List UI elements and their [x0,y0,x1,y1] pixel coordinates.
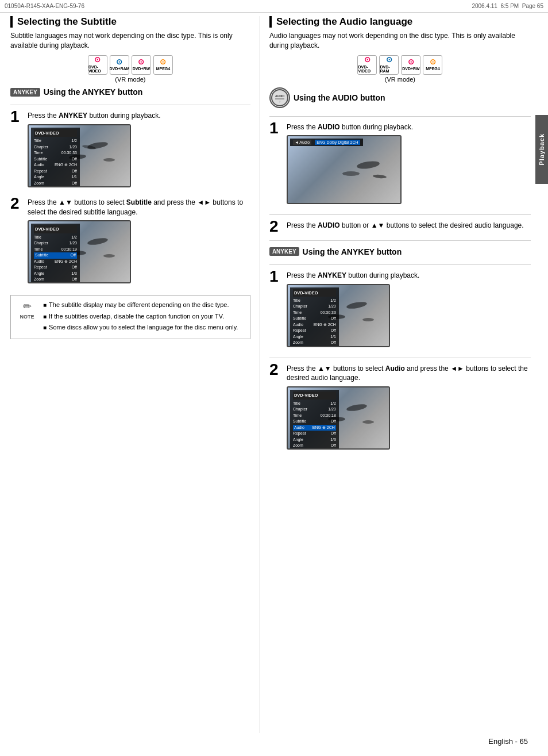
osd-row-chapter-4: Chapter1/20 [293,406,336,413]
osd-row-title-4: Title1/2 [293,401,336,407]
right-column: Selecting the Audio language Audio langu… [260,16,531,733]
sidebar-tab-label: Playback [538,133,545,166]
right-step-2-number: 2 [269,218,282,235]
osd-row-angle-4: Angle1/3 [293,437,336,443]
page-number: English - 65 [488,737,528,746]
right-step-2-text: Press the AUDIO button or ▲▼ buttons to … [287,221,531,231]
right-anykey-step-1-content: Press the ANYKEY button during playback.… [287,271,531,352]
right-disc-icon-dvd-ram: ⊙ DVD-RAM [379,55,399,75]
left-section-title: Selecting the Subtitle [10,16,250,28]
right-disc-icon-dvd-rw: ⊙ DVD+RW [401,55,420,75]
disc-icon-mpeg4: ⊙ MPEG4 [153,55,173,75]
note-item-2: ■ If the subtitles overlap, disable the … [43,312,245,321]
right-divider-1 [269,116,531,117]
right-step-1-number: 1 [269,120,282,136]
header-bar: 01050A-R145-XAA-ENG-59-76 2006.4.11 6:5 … [0,0,548,13]
osd-row-subtitle-3: SubtitleOff [293,316,336,322]
osd-panel-3: DVD-VIDEO Title1/2 Chapter1/20 Time00:30… [290,287,339,347]
osd-row-audio-3: AudioENG ⊕ 2CH [293,322,336,328]
right-anykey-badge: ANYKEY [269,247,299,256]
note-label: NOTE [20,314,34,320]
step-2-content: Press the ▲▼ buttons to select Subtitle … [28,198,250,289]
divider-1 [10,105,250,105]
header-filename: 01050A-R145-XAA-ENG-59-76 [5,3,84,9]
right-anykey-step-2-text: Press the ▲▼ buttons to select Audio and… [287,364,531,383]
osd-row-repeat-4: RepeatOff [293,431,336,437]
left-step-1: 1 Press the ANYKEY button during playbac… [10,111,250,192]
audio-badge-row: AUDIO ♪ Using the AUDIO button [269,87,385,108]
osd-row-audio-2: AudioENG ⊕ 2CH [34,259,77,265]
note-item-3: ■ Some discs allow you to select the lan… [43,323,245,332]
osd-header-3: DVD-VIDEO [293,289,336,297]
main-content: Selecting the Subtitle Subtitle language… [10,16,531,733]
osd-row-zoom-4: ZoomOff [293,443,336,449]
note-item-1: ■ The subtitle display may be different … [43,300,245,310]
osd-row-repeat-3: RepeatOff [293,328,336,334]
right-anykey-section-title: Using the ANYKEY button [303,247,402,256]
left-section-desc: Subtitle languages may not work dependin… [10,31,250,51]
right-divider-5 [269,358,531,358]
audio-section-title: Using the AUDIO button [294,93,385,102]
screen-mockup-1: DVD-VIDEO Title1/2 Chapter1/20 Time00:30… [28,124,131,187]
osd-row-angle-2: Angle1/3 [34,271,77,277]
osd-row-time-1: Time00:30:33 [34,150,77,156]
osd-row-repeat-2: RepeatOff [34,264,77,271]
right-title-bar-decoration [269,16,272,28]
svg-point-7 [272,90,288,106]
osd-row-title-2: Title1/2 [34,235,77,241]
audio-svg: AUDIO ♪ [271,89,289,107]
osd-row-chapter-3: Chapter1/20 [293,304,336,310]
right-step-1: 1 Press the AUDIO button during playback… [269,122,531,209]
step-2-text: Press the ▲▼ buttons to select Subtitle … [28,198,250,217]
step-1-content: Press the ANYKEY button during playback. [28,111,250,192]
right-step-1-content: Press the AUDIO button during playback. … [287,122,531,209]
osd-row-angle-3: Angle1/1 [293,334,336,340]
audio-osd-bar: ◄ Audio ENG Dolby Digital 2CH [290,139,363,146]
right-section-desc: Audio languages may not work depending o… [269,31,531,51]
right-anykey-step-1-text: Press the ANYKEY button during playback. [287,271,531,281]
step-1-number: 1 [10,109,23,125]
right-anykey-step-2: 2 Press the ▲▼ buttons to select Audio a… [269,364,531,455]
audio-button-icon: AUDIO ♪ [269,87,290,108]
screen-mockup-audio-1: ◄ Audio ENG Dolby Digital 2CH [287,135,402,204]
osd-row-angle-1: Angle1/1 [34,174,77,181]
svg-point-6 [103,254,115,258]
anykey-badge-row: ANYKEY Using the ANYKEY button [10,87,142,97]
left-disc-icons-row: ⊙ DVD-VIDEO ⊙ DVD+RAM ⊙ DVD+RW ⊙ MPEG4 [10,55,250,75]
osd-row-title-3: Title1/2 [293,298,336,304]
osd-row-time-3: Time00:30:33 [293,310,336,316]
right-anykey-step-1: 1 Press the ANYKEY button during playbac… [269,271,531,352]
svg-text:AUDIO: AUDIO [275,94,284,98]
right-divider-3 [269,240,531,241]
osd-panel-1: DVD-VIDEO Title1/2 Chapter1/20 Time00:30… [31,128,80,187]
right-anykey-step-2-number: 2 [269,362,282,378]
bird-svg-audio-1 [288,136,400,203]
svg-point-3 [103,158,115,162]
audio-osd-label: ◄ Audio [293,140,311,145]
osd-row-subtitle-1: SubtitleOff [34,156,77,163]
note-pencil-icon: ✏ [23,300,32,313]
osd-row-zoom-2: ZoomOff [34,277,77,283]
disc-icon-dvd-ram: ⊙ DVD+RAM [110,55,129,75]
screen-mockup-3: DVD-VIDEO Title1/2 Chapter1/20 Time00:30… [287,284,390,347]
osd-row-audio-4-highlighted: AudioENG ⊕ 2CH [293,425,336,431]
svg-point-17 [346,403,367,412]
right-disc-icons-row: ⊙ DVD-VIDEO ⊙ DVD-RAM ⊙ DVD+RW ⊙ MPEG4 [269,55,531,75]
osd-header-1: DVD-VIDEO [34,129,77,137]
svg-point-14 [346,301,367,310]
step-2-number: 2 [10,195,23,212]
right-vr-mode-label: (VR mode) [269,76,531,83]
header-datetime: 2006.4.11 6:5 PM Page 65 [472,3,543,9]
anykey-section-title: Using the ANYKEY button [44,87,143,97]
osd-panel-4: DVD-VIDEO Title1/2 Chapter1/20 Time00:30… [290,390,339,450]
right-step-1-text: Press the AUDIO button during playback. [287,122,531,132]
svg-point-12 [342,171,360,176]
screen-mockup-4: DVD-VIDEO Title1/2 Chapter1/20 Time00:30… [287,386,390,450]
right-disc-icon-dvd-video: ⊙ DVD-VIDEO [357,55,377,75]
osd-header-4: DVD-VIDEO [293,392,336,399]
right-divider-4 [269,264,531,265]
osd-row-time-4: Time00:30:18 [293,413,336,419]
title-bar-decoration [10,16,13,28]
svg-point-4 [87,237,108,246]
right-disc-icon-mpeg4: ⊙ MPEG4 [423,55,442,75]
